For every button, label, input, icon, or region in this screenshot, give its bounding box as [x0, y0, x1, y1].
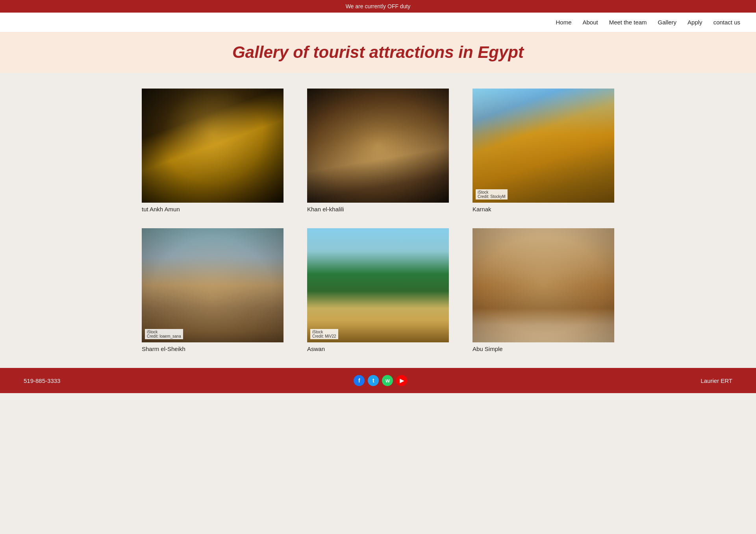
top-banner: We are currently OFF duty — [0, 0, 756, 13]
watermark-sharm: iStockCredit: loaem_sana — [145, 329, 183, 339]
facebook-icon[interactable]: f — [354, 375, 365, 386]
gallery-grid: tut Ankh Amun Khan el-khalili iStockCred… — [118, 89, 638, 352]
gallery-label-tut: tut Ankh Amun — [142, 206, 284, 212]
gallery-image-abu[interactable] — [472, 228, 614, 342]
gallery-label-aswan: Aswan — [307, 346, 449, 352]
nav-home[interactable]: Home — [556, 19, 571, 26]
gallery-item-tut: tut Ankh Amun — [142, 89, 284, 212]
top-banner-text: We are currently OFF duty — [346, 3, 411, 9]
gallery-item-sharm: iStockCredit: loaem_sana Sharm el-Sheikh — [142, 228, 284, 352]
nav-meet-team[interactable]: Meet the team — [609, 19, 647, 26]
gallery-item-khan: Khan el-khalili — [307, 89, 449, 212]
whatsapp-icon[interactable]: w — [382, 375, 393, 386]
footer: 519-885-3333 f t w ▶ Laurier ERT — [0, 368, 756, 393]
gallery-image-khan[interactable] — [307, 89, 449, 203]
youtube-icon[interactable]: ▶ — [396, 375, 407, 386]
twitter-icon[interactable]: t — [368, 375, 379, 386]
gallery-image-karnak[interactable]: iStockCredit: StockyM — [472, 89, 614, 203]
page-title: Gallery of tourist attractions in Egypt — [8, 43, 748, 62]
gallery-image-sharm[interactable]: iStockCredit: loaem_sana — [142, 228, 284, 342]
nav-about[interactable]: About — [582, 19, 598, 26]
gallery-image-tut[interactable] — [142, 89, 284, 203]
gallery-label-karnak: Karnak — [472, 206, 614, 212]
nav-contact[interactable]: contact us — [713, 19, 740, 26]
footer-social: f t w ▶ — [354, 375, 407, 386]
nav-apply[interactable]: Apply — [687, 19, 702, 26]
gallery-label-khan: Khan el-khalili — [307, 206, 449, 212]
main-nav: Home About Meet the team Gallery Apply c… — [0, 13, 756, 32]
watermark-karnak: iStockCredit: StockyM — [476, 189, 508, 200]
footer-brand: Laurier ERT — [700, 377, 732, 384]
page-title-banner: Gallery of tourist attractions in Egypt — [0, 32, 756, 73]
watermark-aswan: iStockCredit: MiV22 — [310, 329, 338, 339]
gallery-label-sharm: Sharm el-Sheikh — [142, 346, 284, 352]
footer-phone: 519-885-3333 — [24, 377, 60, 384]
nav-gallery[interactable]: Gallery — [658, 19, 677, 26]
gallery-item-aswan: iStockCredit: MiV22 Aswan — [307, 228, 449, 352]
gallery-item-abu: Abu Simple — [472, 228, 614, 352]
gallery-item-karnak: iStockCredit: StockyM Karnak — [472, 89, 614, 212]
gallery-label-abu: Abu Simple — [472, 346, 614, 352]
gallery-image-aswan[interactable]: iStockCredit: MiV22 — [307, 228, 449, 342]
